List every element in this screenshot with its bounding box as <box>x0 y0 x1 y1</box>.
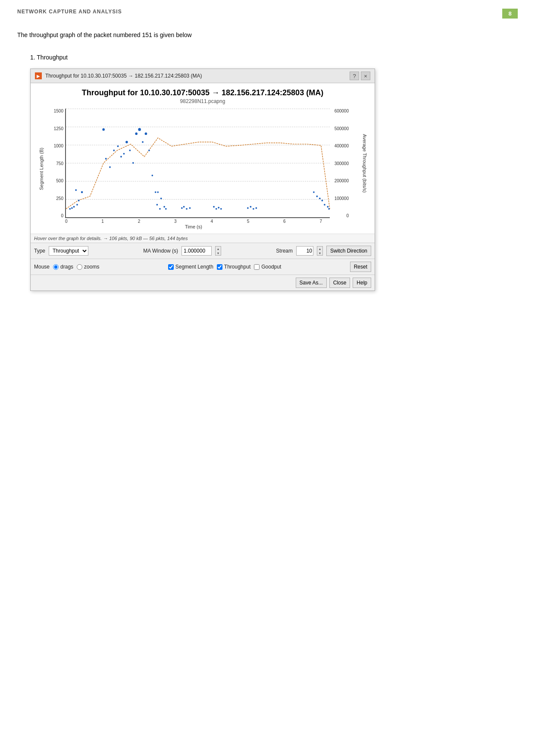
svg-point-13 <box>123 153 125 155</box>
spinner-down[interactable]: ▼ <box>217 252 220 255</box>
svg-point-7 <box>102 128 105 131</box>
controls-bar-1: Type Throughput MA Window (s) ▲ ▼ Stream… <box>31 243 375 259</box>
svg-point-29 <box>165 208 167 210</box>
intro-text: The throughput graph of the packet numbe… <box>17 31 518 38</box>
y-tick-right-3: 300000 <box>332 161 349 166</box>
spinner-arrows[interactable]: ▲ ▼ <box>215 246 221 256</box>
dialog-title-label: Throughput for 10.10.30.107:50035 → 182.… <box>45 73 202 79</box>
svg-point-40 <box>253 208 254 210</box>
mouse-drags-radio-group: drags <box>53 264 73 270</box>
y-tick-left-1: 1250 <box>46 126 63 131</box>
mouse-label: Mouse <box>34 264 50 270</box>
y-tick-left-3: 750 <box>46 161 63 166</box>
svg-point-37 <box>220 208 222 210</box>
segment-length-checkbox[interactable] <box>168 264 174 270</box>
svg-point-4 <box>76 204 78 206</box>
x-axis-label: Time (s) <box>46 224 369 229</box>
svg-point-31 <box>183 206 185 208</box>
svg-point-39 <box>250 206 252 208</box>
y-tick-left-0: 1500 <box>46 109 63 113</box>
mouse-zooms-radio[interactable] <box>77 264 82 270</box>
close-titlebar-btn[interactable]: × <box>361 72 370 80</box>
help-button[interactable]: Help <box>353 278 371 288</box>
svg-point-11 <box>117 145 119 147</box>
mouse-drags-radio[interactable] <box>53 264 59 270</box>
controls-bar-2: Mouse drags zooms Segment Length Through… <box>31 259 375 275</box>
type-label: Type <box>34 248 45 254</box>
segment-length-checkbox-group: Segment Length <box>168 264 213 270</box>
svg-point-28 <box>163 206 165 208</box>
y-tick-left-6: 0 <box>46 213 63 218</box>
svg-point-18 <box>138 128 141 131</box>
svg-point-44 <box>319 197 321 199</box>
y-tick-left-2: 1000 <box>46 144 63 148</box>
page-number: 8 <box>502 9 518 19</box>
y-axis-label-right: Average Throughput (bits/s) <box>361 109 369 218</box>
goodput-checkbox-group: Goodput <box>254 264 281 270</box>
svg-point-23 <box>155 191 156 193</box>
svg-point-6 <box>81 191 83 193</box>
status-bar: Hover over the graph for details. → 106 … <box>31 234 375 243</box>
spinner-up[interactable]: ▲ <box>217 247 220 250</box>
stream-spinner-down[interactable]: ▼ <box>319 252 322 255</box>
goodput-checkbox[interactable] <box>254 264 260 270</box>
svg-point-27 <box>160 197 162 199</box>
section-heading: 1. Throughput <box>17 54 518 61</box>
type-select[interactable]: Throughput <box>49 246 88 256</box>
svg-point-1 <box>71 207 73 209</box>
segment-length-label: Segment Length <box>175 264 213 270</box>
dialog-body: Throughput for 10.10.30.107:50035 → 182.… <box>31 83 375 234</box>
y-tick-right-5: 100000 <box>332 196 349 201</box>
svg-point-32 <box>186 208 188 210</box>
svg-point-15 <box>129 150 131 151</box>
stream-spinner-arrows[interactable]: ▲ ▼ <box>317 246 323 256</box>
throughput-checkbox-group: Throughput <box>217 264 250 270</box>
x-tick-5: 5 <box>247 219 250 224</box>
reset-button[interactable]: Reset <box>350 262 371 272</box>
x-ticks-row: 0 1 2 3 4 5 6 7 <box>46 219 369 224</box>
close-button[interactable]: Close <box>329 278 350 288</box>
svg-point-10 <box>113 150 115 151</box>
help-titlebar-btn[interactable]: ? <box>350 72 359 80</box>
y-tick-right-0: 600000 <box>332 109 349 113</box>
status-text: Hover over the graph for details. → 106 … <box>34 236 188 241</box>
bottom-buttons: Save As... Close Help <box>31 275 375 291</box>
svg-point-35 <box>216 208 217 210</box>
svg-point-16 <box>132 162 134 164</box>
svg-point-21 <box>148 150 150 151</box>
switch-direction-button[interactable]: Switch Direction <box>326 246 371 256</box>
svg-point-22 <box>151 175 153 176</box>
goodput-label: Goodput <box>261 264 281 270</box>
chart-svg <box>66 109 330 217</box>
svg-point-25 <box>159 208 161 210</box>
titlebar-left: ▶ Throughput for 10.10.30.107:50035 → 18… <box>35 72 202 79</box>
stream-spinner-up[interactable]: ▲ <box>319 247 322 250</box>
x-tick-1: 1 <box>101 219 104 224</box>
svg-point-43 <box>316 196 318 197</box>
chart-plot-svg-area[interactable] <box>65 109 330 218</box>
x-tick-4: 4 <box>210 219 213 224</box>
throughput-label: Throughput <box>224 264 250 270</box>
stream-spinner[interactable]: ▲ ▼ <box>317 246 323 256</box>
chart-subtitle: 982298N11.pcapng <box>37 98 369 104</box>
y-tick-left-5: 250 <box>46 196 63 201</box>
y-tick-left-4: 500 <box>46 178 63 183</box>
ma-window-label: MA Window (s) <box>143 248 178 254</box>
x-tick-2: 2 <box>138 219 141 224</box>
svg-point-8 <box>105 158 107 159</box>
page-title: NETWORK CAPTURE AND ANALYSIS <box>17 9 122 15</box>
titlebar-right: ? × <box>350 72 370 80</box>
svg-point-42 <box>313 191 315 193</box>
ma-window-input[interactable] <box>181 246 212 256</box>
mouse-zooms-label: zooms <box>84 264 99 270</box>
save-as-button[interactable]: Save As... <box>296 278 327 288</box>
y-tick-right-2: 400000 <box>332 144 349 148</box>
throughput-checkbox[interactable] <box>217 264 222 270</box>
svg-point-38 <box>247 207 249 209</box>
svg-point-12 <box>120 156 122 158</box>
svg-point-19 <box>142 141 144 143</box>
svg-point-20 <box>145 132 147 135</box>
svg-point-34 <box>213 206 215 208</box>
stream-input[interactable] <box>296 246 313 256</box>
ma-window-spinner[interactable]: ▲ ▼ <box>215 246 221 256</box>
